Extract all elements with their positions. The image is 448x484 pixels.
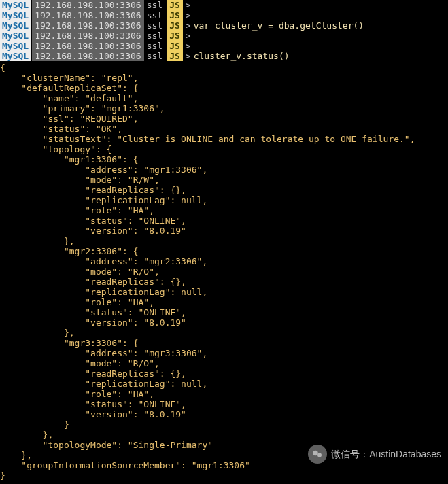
- prompt-arrow: >: [186, 51, 191, 61]
- js-tag: JS: [167, 31, 183, 41]
- prompt-arrow: >: [186, 10, 191, 20]
- ssl-tag: ssl: [147, 31, 162, 41]
- ssl-tag: ssl: [147, 41, 162, 51]
- prompt-row[interactable]: MySQL192.168.198.100:3306sslJS>: [0, 31, 448, 41]
- ssl-tag: ssl: [147, 51, 162, 61]
- prompt-arrow: >: [186, 0, 191, 10]
- prompt-row[interactable]: MySQL192.168.198.100:3306sslJS>: [0, 0, 448, 10]
- mysql-tag: MySQL: [0, 51, 31, 61]
- js-tag: JS: [167, 10, 183, 20]
- prompt-arrow: >: [186, 20, 191, 31]
- prompt-row[interactable]: MySQL192.168.198.100:3306sslJS>var clust…: [0, 20, 448, 31]
- svg-point-1: [317, 453, 322, 457]
- ssl-tag: ssl: [147, 20, 162, 31]
- watermark: 微信号：AustinDatabases: [308, 445, 441, 464]
- js-tag: JS: [167, 41, 183, 51]
- cluster-status-output: { "clusterName": "repl", "defaultReplica…: [0, 61, 448, 481]
- prompt-arrow: >: [186, 31, 191, 41]
- host-tag: 192.168.198.100:3306: [32, 41, 144, 51]
- mysql-tag: MySQL: [0, 0, 31, 10]
- terminal-window: MySQL192.168.198.100:3306sslJS>MySQL192.…: [0, 0, 448, 484]
- host-tag: 192.168.198.100:3306: [32, 10, 144, 20]
- host-tag: 192.168.198.100:3306: [32, 51, 144, 61]
- svg-point-0: [313, 451, 318, 456]
- mysql-tag: MySQL: [0, 41, 31, 51]
- ssl-tag: ssl: [147, 0, 162, 10]
- host-tag: 192.168.198.100:3306: [32, 31, 144, 41]
- prompt-row[interactable]: MySQL192.168.198.100:3306sslJS>cluster_v…: [0, 51, 448, 61]
- prompt-arrow: >: [186, 41, 191, 51]
- mysql-tag: MySQL: [0, 31, 31, 41]
- ssl-tag: ssl: [147, 10, 162, 20]
- wechat-icon: [308, 445, 327, 464]
- js-tag: JS: [167, 20, 183, 31]
- mysql-tag: MySQL: [0, 20, 31, 31]
- prompt-row[interactable]: MySQL192.168.198.100:3306sslJS>: [0, 41, 448, 51]
- prompt-area[interactable]: MySQL192.168.198.100:3306sslJS>MySQL192.…: [0, 0, 448, 61]
- watermark-text: 微信号：AustinDatabases: [331, 449, 441, 460]
- command-text[interactable]: cluster_v.status(): [194, 51, 290, 61]
- prompt-row[interactable]: MySQL192.168.198.100:3306sslJS>: [0, 10, 448, 20]
- mysql-tag: MySQL: [0, 10, 31, 20]
- host-tag: 192.168.198.100:3306: [32, 0, 144, 10]
- js-tag: JS: [167, 0, 183, 10]
- host-tag: 192.168.198.100:3306: [32, 20, 144, 31]
- command-text[interactable]: var cluster_v = dba.getCluster(): [194, 20, 364, 31]
- js-tag: JS: [167, 51, 183, 61]
